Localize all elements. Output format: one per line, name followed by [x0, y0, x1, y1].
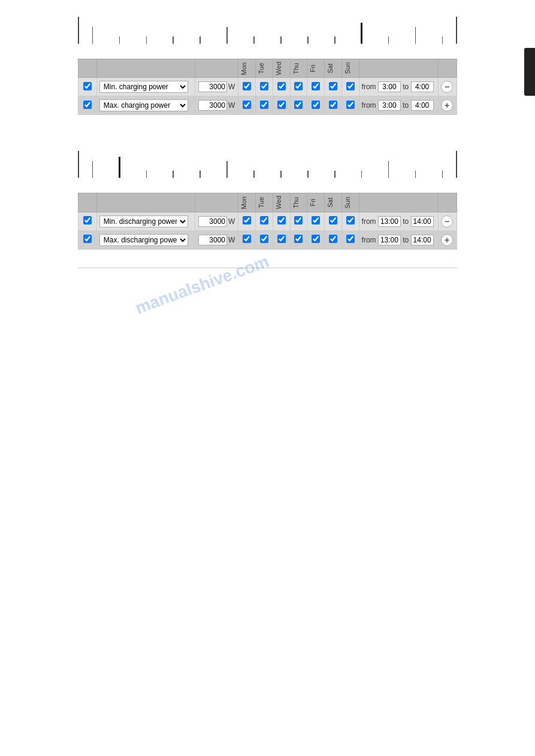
charging-row-0-value-input[interactable]	[198, 81, 227, 92]
discharging-row-1-value-input[interactable]	[198, 235, 227, 245]
dtick-3	[160, 171, 187, 178]
charging-row-0-sun-checkbox[interactable]	[346, 82, 355, 90]
charging-row-0-minus-button[interactable]: −	[441, 81, 453, 93]
charging-row-1-to-time-input[interactable]	[411, 100, 434, 111]
tick-7	[241, 37, 268, 44]
discharging-row-1-sat-checkbox[interactable]	[329, 235, 337, 243]
discharging-row-0-sat-checkbox[interactable]	[329, 216, 337, 224]
charging-row-1-enabled-checkbox[interactable]	[83, 101, 92, 109]
discharging-row-0-mon-checkbox[interactable]	[243, 216, 251, 224]
discharging-timeline-bar	[78, 151, 457, 178]
charging-row-1-thu-checkbox[interactable]	[294, 101, 303, 109]
dheader-sun: Sun	[341, 193, 359, 212]
charging-row-1-sat-checkbox[interactable]	[329, 101, 337, 109]
discharging-row-0-to-time-input[interactable]	[411, 216, 434, 227]
dheader-sat: Sat	[325, 193, 342, 212]
discharging-row-1-from-time-input[interactable]	[378, 235, 401, 245]
discharging-row-1-to-time-input[interactable]	[411, 235, 434, 245]
charging-row-1-wed-checkbox[interactable]	[277, 101, 286, 109]
dtick-4	[187, 171, 214, 178]
dheader-enabled	[78, 193, 97, 212]
discharging-row-1-sun-checkbox[interactable]	[346, 235, 355, 243]
header-value	[195, 59, 238, 78]
charging-row-1-tue-checkbox[interactable]	[260, 101, 268, 109]
header-sun: Sun	[341, 59, 359, 78]
discharging-row-0-from-label: from	[362, 217, 378, 226]
charging-row-0-mon-checkbox[interactable]	[243, 82, 251, 90]
discharging-row-1-wed-checkbox[interactable]	[277, 235, 286, 243]
tick-bold	[348, 23, 375, 44]
charging-row-0-from-time-input[interactable]	[378, 81, 401, 92]
dheader-value	[195, 193, 238, 212]
discharging-row-1-mon-checkbox[interactable]	[243, 235, 251, 243]
watermark: manualshive.com	[133, 252, 272, 318]
discharging-row-0-fri-checkbox[interactable]	[312, 216, 320, 224]
charging-row-0-fri-checkbox[interactable]	[312, 82, 320, 90]
discharging-row-1-fri-checkbox[interactable]	[312, 235, 320, 243]
charging-row-0-wed-checkbox[interactable]	[277, 82, 286, 90]
discharging-row-0-sun-checkbox[interactable]	[346, 216, 355, 224]
discharging-row-0-tue-checkbox[interactable]	[260, 216, 268, 224]
charging-row-0-unit-label: W	[228, 83, 235, 91]
tick-5	[187, 37, 214, 44]
charging-row-0-enabled-checkbox[interactable]	[83, 82, 92, 90]
discharging-row-0-from-time-input[interactable]	[378, 216, 401, 227]
discharging-table-section: Mon Tue Wed Thu Fri Sat Sun Min. dischar…	[78, 193, 457, 249]
dtick-7	[267, 171, 294, 178]
tick-10	[321, 37, 348, 44]
right-sidebar-tab[interactable]	[524, 48, 535, 96]
charging-row-1-from-label: from	[362, 101, 378, 110]
header-mon: Mon	[238, 59, 256, 78]
discharging-row-1-tue-checkbox[interactable]	[260, 235, 268, 243]
discharging-row-0-thu-checkbox[interactable]	[294, 216, 303, 224]
discharging-row-0-wed-checkbox[interactable]	[277, 216, 286, 224]
dtick-8	[294, 171, 321, 178]
header-fri: Fri	[307, 59, 325, 78]
tick-9	[294, 37, 321, 44]
charging-row-0-thu-checkbox[interactable]	[294, 82, 303, 90]
discharging-table-header: Mon Tue Wed Thu Fri Sat Sun	[78, 193, 457, 212]
charging-row-1-plus-button[interactable]: +	[441, 99, 453, 111]
header-thu: Thu	[290, 59, 307, 78]
dtick-12	[402, 171, 429, 178]
charging-row-0-tue-checkbox[interactable]	[260, 82, 268, 90]
charging-table-section: Mon Tue Wed Thu Fri Sat Sun Min. chargin…	[78, 59, 457, 115]
charging-row-1-value-input[interactable]	[198, 100, 227, 111]
discharging-row-0-enabled-checkbox[interactable]	[83, 216, 92, 224]
bottom-divider	[78, 268, 457, 268]
dheader-wed: Wed	[273, 193, 290, 212]
charging-row-0-type-select[interactable]: Min. charging powerMax. charging power	[99, 81, 188, 93]
dheader-time	[359, 193, 439, 212]
charging-timeline	[78, 17, 457, 53]
discharging-row-1-plus-button[interactable]: +	[441, 234, 453, 246]
charging-row-0-from-label: from	[362, 83, 378, 91]
charging-row-1-sun-checkbox[interactable]	[346, 101, 355, 109]
charging-row-1-from-time-input[interactable]	[378, 100, 401, 111]
discharging-row-1-enabled-checkbox[interactable]	[83, 235, 92, 243]
charging-row-0-to-time-input[interactable]	[411, 81, 434, 92]
dtick-1	[79, 161, 106, 178]
discharging-row-0-minus-button[interactable]: −	[441, 215, 453, 227]
charging-row-1-unit-label: W	[228, 101, 235, 110]
dtick-2	[133, 171, 160, 178]
header-sat: Sat	[325, 59, 342, 78]
dheader-action	[439, 193, 457, 212]
charging-row-1-fri-checkbox[interactable]	[312, 101, 320, 109]
discharging-row-0-value-input[interactable]	[198, 216, 227, 227]
header-tue: Tue	[256, 59, 273, 78]
dtick-13	[429, 171, 456, 178]
tick-4	[160, 37, 187, 44]
charging-row-1-mon-checkbox[interactable]	[243, 101, 251, 109]
discharging-row-0-type-select[interactable]: Min. discharging powerMax. discharging p…	[99, 215, 188, 227]
header-wed: Wed	[273, 59, 290, 78]
charging-row-0-sat-checkbox[interactable]	[329, 82, 337, 90]
dheader-type	[96, 193, 195, 212]
discharging-row-1-thu-checkbox[interactable]	[294, 235, 303, 243]
charging-row-1-type-select[interactable]: Min. charging powerMax. charging power	[99, 99, 188, 111]
dtick-9	[321, 171, 348, 178]
discharging-row-1-unit-label: W	[228, 236, 235, 244]
header-type	[96, 59, 195, 78]
discharging-row-0-unit-label: W	[228, 217, 235, 226]
discharging-row-1-type-select[interactable]: Min. discharging powerMax. discharging p…	[99, 234, 188, 246]
header-enabled	[78, 59, 97, 78]
